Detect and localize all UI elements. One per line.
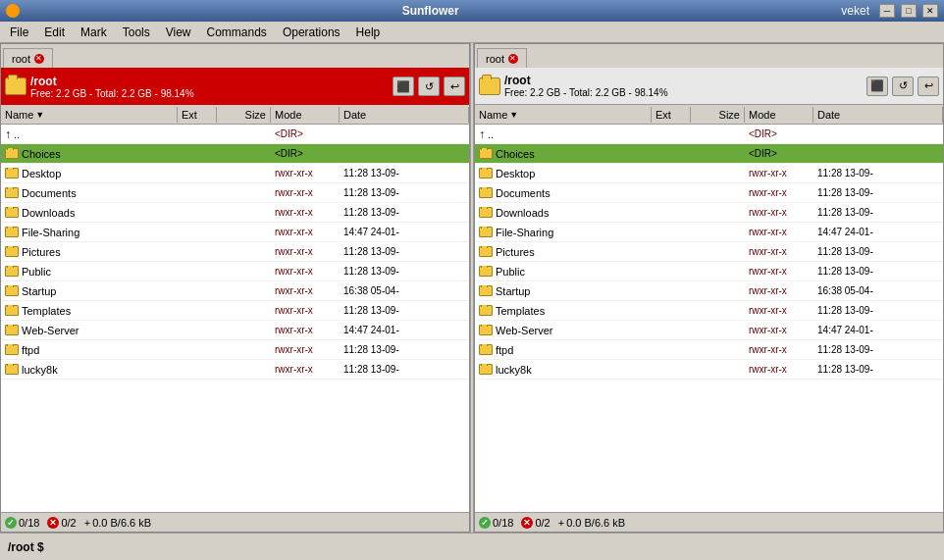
left-tab-close[interactable]: ✕	[34, 54, 44, 64]
left-back-btn[interactable]: ↩	[444, 76, 465, 96]
file-name: Public	[475, 266, 652, 278]
file-date: 11:28 13-09-	[813, 305, 943, 316]
right-col-size[interactable]: Size	[691, 107, 745, 123]
menu-item-mark[interactable]: Mark	[73, 24, 115, 41]
right-tab-close[interactable]: ✕	[508, 54, 518, 64]
left-col-size[interactable]: Size	[217, 107, 271, 123]
file-row[interactable]: Publicrwxr-xr-x11:28 13-09-	[475, 262, 943, 281]
file-row[interactable]: Web-Serverrwxr-xr-x14:47 24-01-	[1, 321, 469, 340]
left-folder-icon	[5, 77, 26, 95]
file-date: 11:28 13-09-	[340, 207, 469, 218]
file-mode: rwxr-xr-x	[271, 168, 340, 178]
file-row[interactable]: ↑..<DIR>	[475, 125, 943, 144]
right-terminal-btn[interactable]: ⬛	[866, 76, 888, 96]
file-name: Choices	[475, 148, 652, 160]
left-col-mode[interactable]: Mode	[271, 107, 340, 123]
file-row[interactable]: Documentsrwxr-xr-x11:28 13-09-	[475, 183, 943, 203]
left-col-name[interactable]: Name ▼	[1, 107, 178, 123]
file-row[interactable]: Downloadsrwxr-xr-x11:28 13-09-	[475, 203, 943, 223]
file-row[interactable]: Templatesrwxr-xr-x11:28 13-09-	[475, 301, 943, 321]
left-terminal-btn[interactable]: ⬛	[393, 76, 414, 96]
file-row[interactable]: ftpdrwxr-xr-x11:28 13-09-	[475, 340, 943, 360]
right-col-date[interactable]: Date	[813, 107, 943, 123]
left-selected-icon: ✓	[5, 517, 17, 529]
left-refresh-btn[interactable]: ↺	[418, 76, 440, 96]
maximize-button[interactable]: □	[901, 4, 917, 18]
file-date: 14:47 24-01-	[813, 325, 943, 335]
file-date: 11:28 13-09-	[340, 344, 469, 355]
file-row[interactable]: ↑..<DIR>	[1, 125, 469, 144]
right-tab-root[interactable]: root ✕	[477, 48, 527, 68]
left-col-headers: Name ▼ Ext Size Mode Date	[1, 105, 469, 125]
right-col-ext[interactable]: Ext	[652, 107, 691, 123]
menu-item-operations[interactable]: Operations	[275, 24, 348, 41]
file-name: Startup	[475, 285, 652, 297]
folder-icon-small	[479, 246, 493, 257]
file-date: 11:28 13-09-	[340, 246, 469, 257]
file-row[interactable]: ftpdrwxr-xr-x11:28 13-09-	[1, 340, 469, 360]
menu-item-tools[interactable]: Tools	[115, 24, 158, 41]
file-name: ↑..	[475, 127, 652, 141]
user-label: veket	[841, 4, 869, 18]
file-row[interactable]: Choices<DIR>	[475, 144, 943, 164]
minimize-button[interactable]: ─	[879, 4, 895, 18]
file-date: 11:28 13-09-	[813, 187, 943, 198]
file-row[interactable]: Web-Serverrwxr-xr-x14:47 24-01-	[475, 321, 943, 340]
file-mode: rwxr-xr-x	[745, 364, 813, 375]
right-refresh-btn[interactable]: ↺	[892, 76, 914, 96]
file-row[interactable]: Startuprwxr-xr-x16:38 05-04-	[1, 281, 469, 301]
file-row[interactable]: File-Sharingrwxr-xr-x14:47 24-01-	[475, 223, 943, 242]
file-row[interactable]: File-Sharingrwxr-xr-x14:47 24-01-	[1, 223, 469, 242]
file-name: Startup	[1, 285, 178, 297]
file-mode: rwxr-xr-x	[745, 266, 813, 277]
file-date: 11:28 13-09-	[340, 305, 469, 316]
folder-icon-small	[5, 344, 19, 355]
right-status-size: + 0.0 B/6.6 kB	[558, 517, 625, 529]
file-row[interactable]: Desktoprwxr-xr-x11:28 13-09-	[1, 164, 469, 183]
left-file-list[interactable]: ↑..<DIR>Choices<DIR>Desktoprwxr-xr-x11:2…	[1, 125, 469, 512]
file-name: Downloads	[1, 207, 178, 219]
right-path-text: /root Free: 2.2 GB - Total: 2.2 GB - 98.…	[504, 74, 863, 98]
file-row[interactable]: Startuprwxr-xr-x16:38 05-04-	[475, 281, 943, 301]
menu-item-help[interactable]: Help	[348, 24, 389, 41]
file-row[interactable]: Downloadsrwxr-xr-x11:28 13-09-	[1, 203, 469, 223]
menu-item-file[interactable]: File	[2, 24, 36, 41]
folder-icon-small	[479, 187, 493, 198]
right-tab-bar: root ✕	[475, 44, 943, 68]
file-row[interactable]: Templatesrwxr-xr-x11:28 13-09-	[1, 301, 469, 321]
menu-item-commands[interactable]: Commands	[199, 24, 275, 41]
right-col-mode[interactable]: Mode	[745, 107, 813, 123]
left-panel: root ✕ /root Free: 2.2 GB - Total: 2.2 G…	[0, 43, 470, 533]
close-button[interactable]: ✕	[922, 4, 938, 18]
right-file-list[interactable]: ↑..<DIR>Choices<DIR>Desktoprwxr-xr-x11:2…	[475, 125, 943, 512]
file-row[interactable]: Choices<DIR>	[1, 144, 469, 164]
file-row[interactable]: Publicrwxr-xr-x11:28 13-09-	[1, 262, 469, 281]
menu-item-view[interactable]: View	[158, 24, 199, 41]
file-row[interactable]: lucky8krwxr-xr-x11:28 13-09-	[1, 360, 469, 380]
file-mode: rwxr-xr-x	[271, 227, 340, 237]
file-row[interactable]: Desktoprwxr-xr-x11:28 13-09-	[475, 164, 943, 183]
file-name: Public	[1, 266, 178, 278]
file-row[interactable]: lucky8krwxr-xr-x11:28 13-09-	[475, 360, 943, 380]
file-mode: rwxr-xr-x	[745, 207, 813, 218]
left-status-selected: ✓ 0/18	[5, 517, 39, 529]
folder-icon-small	[5, 305, 19, 316]
left-tab-root[interactable]: root ✕	[3, 48, 53, 68]
left-col-ext[interactable]: Ext	[178, 107, 217, 123]
left-tab-bar: root ✕	[1, 44, 469, 68]
left-col-date[interactable]: Date	[340, 107, 469, 123]
file-name: lucky8k	[475, 364, 652, 376]
right-back-btn[interactable]: ↩	[918, 76, 939, 96]
menu-item-edit[interactable]: Edit	[36, 24, 73, 41]
cmd-input[interactable]	[44, 540, 936, 554]
file-mode: <DIR>	[271, 128, 340, 139]
right-col-name[interactable]: Name ▼	[475, 107, 652, 123]
file-row[interactable]: Picturesrwxr-xr-x11:28 13-09-	[1, 242, 469, 262]
left-marked-icon: ✕	[47, 517, 59, 529]
file-date: 11:28 13-09-	[813, 168, 943, 178]
file-name: ftpd	[475, 344, 652, 356]
right-marked-icon: ✕	[521, 517, 533, 529]
file-row[interactable]: Documentsrwxr-xr-x11:28 13-09-	[1, 183, 469, 203]
file-date: 16:38 05-04-	[813, 285, 943, 296]
file-row[interactable]: Picturesrwxr-xr-x11:28 13-09-	[475, 242, 943, 262]
